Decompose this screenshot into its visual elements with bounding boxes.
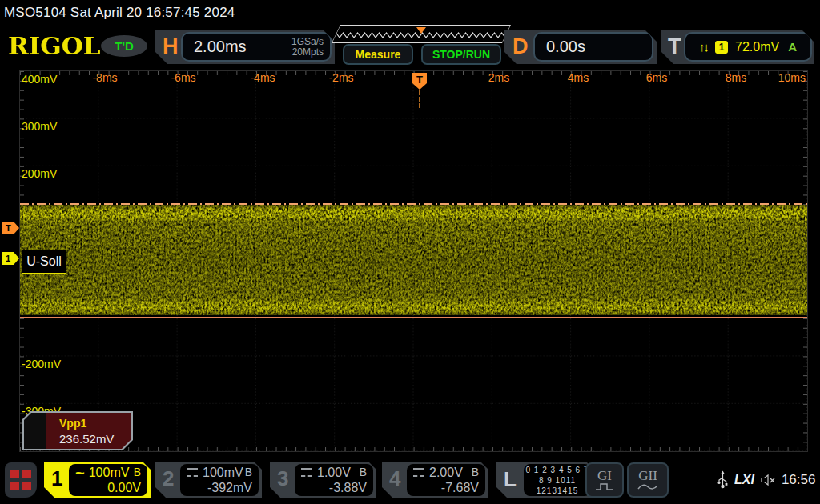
memory-zigzag-icon bbox=[332, 26, 510, 42]
timebase-value: 2.00ms bbox=[194, 38, 247, 56]
logic-analyzer-label: L bbox=[504, 467, 517, 492]
channel1-number: 1 bbox=[51, 466, 62, 491]
delay-value: 0.00s bbox=[546, 38, 585, 56]
time-tick-label: -6ms bbox=[171, 71, 195, 84]
delay-box[interactable]: 0.00s bbox=[533, 32, 653, 62]
trigger-box[interactable]: ↑↓ 1 72.0mV A bbox=[684, 32, 812, 62]
square-wave-icon bbox=[595, 482, 614, 491]
digital-channels-row1: 0 1 2 3 4 5 6 7 bbox=[524, 465, 591, 475]
channel1-waveform-trace bbox=[20, 205, 807, 315]
channel2-number: 2 bbox=[163, 466, 174, 491]
generator2-label: GII bbox=[638, 470, 657, 482]
status-bar: LXI 16:56 bbox=[718, 470, 815, 490]
time-tick-label: 10ms bbox=[778, 71, 806, 84]
time-tick-label: 2ms bbox=[488, 71, 509, 84]
volt-tick-label: 300mV bbox=[22, 120, 57, 133]
channel3-offset: -3.88V bbox=[329, 480, 367, 495]
ac-coupling-icon: ~ bbox=[75, 469, 85, 477]
dc-coupling-icon bbox=[187, 468, 198, 477]
digital-channels-row2: 8 9 1011 12131415 bbox=[524, 475, 591, 496]
measurement-value: 236.52mV bbox=[59, 432, 114, 446]
trigger-level-value: 72.0mV bbox=[735, 40, 779, 54]
channel2-scale: 100mV bbox=[203, 465, 243, 480]
delay-label: D bbox=[512, 30, 529, 64]
waveform-tag-label[interactable]: U-Soll bbox=[22, 250, 66, 274]
measurement-name: Vpp1 bbox=[59, 417, 86, 430]
delay-panel[interactable]: D 0.00s bbox=[504, 30, 657, 64]
time-tick-label: 6ms bbox=[646, 71, 667, 84]
time-tick-label: 4ms bbox=[568, 71, 589, 84]
trigger-panel[interactable]: T ↑↓ 1 72.0mV A bbox=[661, 30, 814, 64]
channel1-tab[interactable]: 1 ~ 100mV B 0.00V bbox=[44, 462, 151, 498]
time-tick-label: -8ms bbox=[92, 71, 117, 84]
trigger-source-badge: 1 bbox=[715, 41, 728, 54]
channel4-tab[interactable]: 4 2.00V B -7.68V bbox=[382, 462, 488, 498]
channel1-scale: 100mV bbox=[89, 465, 130, 480]
model-and-datetime: MSO5104 Sat April 20 16:57:45 2024 bbox=[4, 5, 235, 21]
channel2-tab[interactable]: 2 100mV B -392mV bbox=[155, 462, 262, 498]
stop-run-button[interactable]: STOP/RUN bbox=[421, 44, 501, 65]
dc-coupling-icon bbox=[413, 468, 424, 477]
logic-analyzer-tab[interactable]: L 0 1 2 3 4 5 6 7 8 9 1011 12131415 bbox=[496, 462, 594, 498]
oscilloscope-screen: MSO5104 Sat April 20 16:57:45 2024 RIGOL… bbox=[0, 0, 820, 504]
channel4-number: 4 bbox=[389, 466, 400, 491]
waveform-memory-indicator[interactable] bbox=[332, 25, 511, 43]
channel3-tab[interactable]: 3 1.00V B -3.88V bbox=[270, 462, 376, 498]
lxi-indicator: LXI bbox=[734, 473, 754, 487]
time-tick-label: -2ms bbox=[328, 71, 353, 84]
trigger-status-badge: T'D bbox=[101, 35, 147, 57]
channel1-offset: 0.00V bbox=[107, 480, 141, 495]
channel4-offset: -7.68V bbox=[441, 480, 479, 495]
channel4-scale: 2.00V bbox=[429, 465, 463, 480]
generator2-button[interactable]: GII bbox=[627, 462, 669, 498]
generator1-label: GI bbox=[597, 470, 612, 482]
measure-button[interactable]: Measure bbox=[343, 44, 413, 65]
channel3-scale: 1.00V bbox=[317, 465, 351, 480]
time-tick-label: 8ms bbox=[726, 71, 746, 84]
channel4-bandwidth: B bbox=[472, 465, 479, 480]
memory-depth: 20Mpts bbox=[292, 46, 324, 58]
clock: 16:56 bbox=[782, 472, 816, 488]
time-tick-label: -4ms bbox=[250, 71, 275, 84]
rigol-logo: RIGOL bbox=[8, 33, 101, 60]
generator1-button[interactable]: GI bbox=[585, 462, 624, 498]
channel3-bandwidth: B bbox=[360, 465, 367, 480]
horizontal-label: H bbox=[163, 30, 179, 64]
usb-icon bbox=[718, 470, 728, 490]
trigger-sweep-mode: A bbox=[788, 40, 797, 54]
channel1-bandwidth: B bbox=[134, 465, 141, 480]
dc-coupling-icon bbox=[301, 468, 312, 477]
trigger-level-marker[interactable]: T bbox=[2, 222, 19, 234]
channel3-number: 3 bbox=[277, 466, 288, 491]
speaker-mute-icon bbox=[761, 474, 775, 486]
volt-tick-label: 200mV bbox=[22, 167, 57, 180]
lower-level-line[interactable] bbox=[20, 317, 807, 318]
titlebar: MSO5104 Sat April 20 16:57:45 2024 bbox=[0, 0, 820, 24]
channel2-bandwidth: B bbox=[245, 465, 252, 480]
timebase-box[interactable]: 2.00ms 1GSa/s 20Mpts bbox=[181, 32, 332, 62]
channel1-ground-marker[interactable]: 1 bbox=[2, 252, 19, 265]
waveform-display-area: -8ms -6ms -4ms -2ms 2ms 4ms 6ms 8ms 10ms… bbox=[19, 70, 808, 452]
trigger-position-line bbox=[419, 90, 420, 108]
main-menu-button[interactable] bbox=[5, 462, 37, 498]
horizontal-panel[interactable]: H 2.00ms 1GSa/s 20Mpts bbox=[155, 30, 335, 64]
menu-grid-icon bbox=[10, 470, 31, 490]
measurement-result-box[interactable]: Vpp1 236.52mV bbox=[22, 411, 133, 450]
sample-rate: 1GSa/s bbox=[291, 36, 324, 47]
sine-wave-icon bbox=[637, 482, 658, 491]
trigger-label: T bbox=[668, 30, 681, 64]
trigger-slope-icon: ↑↓ bbox=[699, 40, 708, 54]
volt-tick-label: -200mV bbox=[22, 358, 61, 370]
channel2-offset: -392mV bbox=[207, 480, 252, 495]
volt-tick-label: 400mV bbox=[22, 73, 57, 86]
